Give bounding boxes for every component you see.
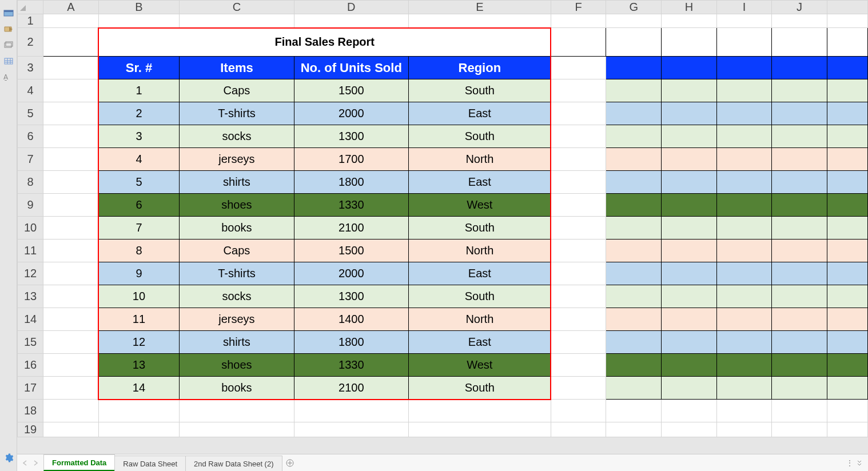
header-units[interactable]: No. of Units Sold bbox=[294, 57, 408, 79]
cell[interactable] bbox=[772, 171, 827, 194]
cell[interactable] bbox=[772, 400, 827, 422]
cell[interactable] bbox=[716, 240, 771, 262]
col-header-G[interactable]: G bbox=[606, 1, 662, 14]
panel-icon-2[interactable] bbox=[3, 25, 14, 33]
col-header-C[interactable]: C bbox=[180, 1, 294, 14]
cell[interactable] bbox=[716, 148, 771, 171]
row-header[interactable]: 15 bbox=[18, 331, 43, 354]
cell[interactable] bbox=[772, 422, 827, 437]
cell[interactable] bbox=[606, 331, 662, 354]
cell[interactable] bbox=[662, 57, 717, 79]
cell-units[interactable]: 1300 bbox=[294, 285, 408, 308]
cell-region[interactable]: East bbox=[408, 262, 551, 285]
cell[interactable] bbox=[606, 262, 662, 285]
cell[interactable] bbox=[551, 354, 606, 377]
cell[interactable] bbox=[43, 217, 99, 240]
cell-sr[interactable]: 10 bbox=[98, 285, 179, 308]
cell-sr[interactable]: 1 bbox=[98, 79, 179, 102]
cell[interactable] bbox=[827, 102, 867, 125]
cell[interactable] bbox=[662, 377, 717, 400]
cell[interactable] bbox=[43, 262, 99, 285]
row-header[interactable]: 4 bbox=[18, 79, 43, 102]
cell-units[interactable]: 1800 bbox=[294, 331, 408, 354]
cell[interactable] bbox=[827, 125, 867, 148]
cell-item[interactable]: jerseys bbox=[180, 308, 294, 331]
cell[interactable] bbox=[662, 102, 717, 125]
cell[interactable] bbox=[716, 354, 771, 377]
cell[interactable] bbox=[827, 171, 867, 194]
cell[interactable] bbox=[827, 217, 867, 240]
panel-icon-4[interactable] bbox=[3, 57, 14, 65]
col-header-F[interactable]: F bbox=[551, 1, 606, 14]
cell[interactable] bbox=[551, 14, 606, 28]
cell[interactable] bbox=[98, 422, 179, 437]
add-sheet-button[interactable] bbox=[282, 454, 298, 471]
cell[interactable] bbox=[716, 308, 771, 331]
cell[interactable] bbox=[606, 194, 662, 217]
cell[interactable] bbox=[606, 285, 662, 308]
cell[interactable] bbox=[772, 102, 827, 125]
cell[interactable] bbox=[606, 308, 662, 331]
cell-region[interactable]: West bbox=[408, 354, 551, 377]
cell-item[interactable]: shirts bbox=[180, 331, 294, 354]
cell[interactable] bbox=[408, 400, 551, 422]
cell[interactable] bbox=[606, 240, 662, 262]
row-header[interactable]: 12 bbox=[18, 262, 43, 285]
col-header-H[interactable]: H bbox=[662, 1, 717, 14]
cell[interactable] bbox=[98, 400, 179, 422]
cell[interactable] bbox=[827, 377, 867, 400]
cell-region[interactable]: South bbox=[408, 377, 551, 400]
cell[interactable] bbox=[551, 308, 606, 331]
row-header[interactable]: 14 bbox=[18, 308, 43, 331]
panel-icon-1[interactable] bbox=[3, 9, 14, 17]
row-header[interactable]: 1 bbox=[18, 14, 43, 28]
cell-units[interactable]: 1330 bbox=[294, 354, 408, 377]
cell[interactable] bbox=[827, 422, 867, 437]
cell[interactable] bbox=[606, 57, 662, 79]
cell[interactable] bbox=[43, 422, 99, 437]
row-header[interactable]: 6 bbox=[18, 125, 43, 148]
cell[interactable] bbox=[716, 194, 771, 217]
cell-item[interactable]: Caps bbox=[180, 79, 294, 102]
cell[interactable] bbox=[551, 57, 606, 79]
cell-region[interactable]: South bbox=[408, 217, 551, 240]
cell-item[interactable]: socks bbox=[180, 285, 294, 308]
cell[interactable] bbox=[716, 79, 771, 102]
report-title[interactable]: Final Sales Report bbox=[98, 28, 551, 57]
cell-units[interactable]: 1500 bbox=[294, 79, 408, 102]
select-all-corner[interactable] bbox=[18, 1, 43, 14]
cell[interactable] bbox=[294, 422, 408, 437]
cell-region[interactable]: South bbox=[408, 285, 551, 308]
cell[interactable] bbox=[716, 102, 771, 125]
cell[interactable] bbox=[662, 331, 717, 354]
cell-region[interactable]: North bbox=[408, 148, 551, 171]
cell[interactable] bbox=[180, 400, 294, 422]
row-header[interactable]: 17 bbox=[18, 377, 43, 400]
cell[interactable] bbox=[43, 400, 99, 422]
cell[interactable] bbox=[43, 194, 99, 217]
cell[interactable] bbox=[772, 125, 827, 148]
cell[interactable] bbox=[551, 400, 606, 422]
cell[interactable] bbox=[772, 217, 827, 240]
cell[interactable] bbox=[662, 400, 717, 422]
cell[interactable] bbox=[43, 102, 99, 125]
panel-icon-5[interactable]: A̱ bbox=[3, 73, 14, 81]
cell[interactable] bbox=[551, 285, 606, 308]
cell-sr[interactable]: 13 bbox=[98, 354, 179, 377]
cell-item[interactable]: books bbox=[180, 217, 294, 240]
cell[interactable] bbox=[551, 148, 606, 171]
cell-sr[interactable]: 8 bbox=[98, 240, 179, 262]
cell[interactable] bbox=[827, 400, 867, 422]
cell[interactable] bbox=[551, 377, 606, 400]
cell[interactable] bbox=[772, 79, 827, 102]
cell[interactable] bbox=[43, 14, 99, 28]
cell-sr[interactable]: 5 bbox=[98, 171, 179, 194]
cell[interactable] bbox=[294, 400, 408, 422]
cell-units[interactable]: 2000 bbox=[294, 262, 408, 285]
cell[interactable] bbox=[716, 331, 771, 354]
cell-units[interactable]: 2100 bbox=[294, 217, 408, 240]
row-header[interactable]: 3 bbox=[18, 57, 43, 79]
col-header-J[interactable]: J bbox=[772, 1, 827, 14]
cell[interactable] bbox=[716, 400, 771, 422]
cell[interactable] bbox=[606, 14, 662, 28]
